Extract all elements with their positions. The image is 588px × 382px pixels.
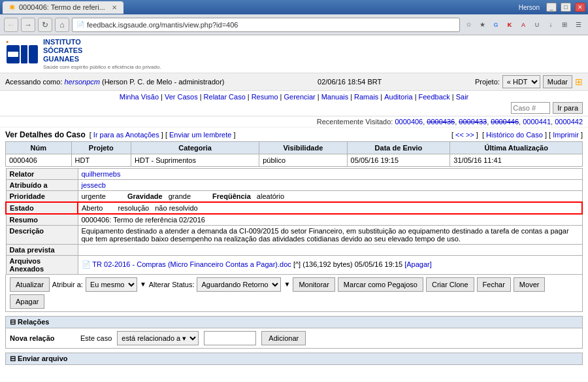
assign-to-label: Atribuir a: — [52, 281, 83, 288]
star-icon[interactable]: ☆ — [463, 19, 474, 31]
reminder-link[interactable]: Enviar um lembrete — [169, 131, 231, 139]
description-label: Descrição — [6, 225, 78, 244]
nav-sep6: | — [348, 93, 354, 101]
browser-tab[interactable]: ✱ 0000406: Termo de referi... ✕ — [3, 1, 123, 14]
recent-0000406[interactable]: 0000406 — [395, 118, 423, 126]
home-button[interactable]: ⌂ — [55, 18, 69, 32]
due-date-row: Data prevista — [6, 244, 582, 255]
reporter-label: Relator — [6, 168, 78, 179]
relation-case-input[interactable] — [204, 331, 256, 345]
reporter-link[interactable]: quilhermebs — [82, 170, 121, 178]
nav-feedback[interactable]: Feedback — [419, 93, 450, 101]
summary-row: Resumo 0000406: Termo de referência 02/2… — [6, 214, 582, 226]
bookmark-icon[interactable]: ★ — [476, 19, 488, 31]
nav-ver-casos[interactable]: Ver Casos — [165, 93, 198, 101]
project-select[interactable]: « HDT — [502, 75, 540, 88]
fechar-button[interactable]: Fechar — [477, 277, 511, 292]
nav-sep7: | — [378, 93, 384, 101]
apps-icon[interactable]: ⊞ — [559, 19, 570, 31]
prev-link[interactable]: << — [455, 131, 464, 139]
status-row: Estado Aberto resolução não resolvido — [6, 202, 582, 214]
minimize-button[interactable]: _ — [546, 3, 557, 12]
reporter-row: Relator quilhermebs — [6, 168, 582, 179]
assigned-link[interactable]: jessecb — [82, 181, 106, 189]
severity-value: grande — [165, 192, 191, 200]
nav-auditoria[interactable]: Auditoria — [384, 93, 412, 101]
mudar-button[interactable]: Mudar — [543, 75, 572, 88]
user-name-link[interactable]: hersonpcm — [65, 78, 100, 86]
ir-para-button[interactable]: Ir para — [553, 102, 583, 114]
logo-area: ✱ INSTITUTO SÓCRATES GUANAES Saúde com e… — [5, 38, 161, 70]
severity-label: Gravidade — [108, 192, 163, 200]
nav-sair[interactable]: Sair — [456, 93, 469, 101]
attachments-row: Arquivos Anexados 📄 TR 02-2016 - Compras… — [6, 255, 582, 274]
settings-icon[interactable]: ☰ — [572, 19, 584, 31]
marcar-pegajoso-button[interactable]: Marcar como Pegajoso — [338, 277, 423, 292]
adicionar-button[interactable]: Adicionar — [261, 331, 306, 345]
attachments-label: Arquivos Anexados — [6, 255, 78, 274]
nav-minha-visao[interactable]: Minha Visão — [120, 93, 159, 101]
row-project: HDT — [71, 154, 131, 166]
ver-detalhes-title: Ver Detalhes do Caso — [5, 130, 86, 139]
summary-label: Resumo — [6, 214, 78, 226]
row-num: 0000406 — [6, 154, 72, 166]
rss-icon[interactable]: ⊞ — [575, 77, 583, 87]
recent-0000433[interactable]: 0000433 — [459, 118, 487, 126]
browser-nav-icons: ☆ ★ G K A U ↓ ⊞ ☰ — [463, 19, 584, 31]
row-last-update: 31/05/16 11:41 — [450, 154, 583, 166]
case-details-left: Ver Detalhes do Caso [ Ir para as Anotaç… — [5, 130, 236, 139]
monitor-button[interactable]: Monitorar — [293, 277, 335, 292]
back-button[interactable]: ← — [4, 18, 18, 32]
attachment-doc-icon: 📄 — [82, 260, 91, 268]
close-button[interactable]: ✕ — [575, 3, 585, 12]
col-last-update: Última Atualização — [450, 141, 583, 154]
case-search-area: Ir para — [5, 102, 583, 114]
reload-button[interactable]: ↻ — [38, 18, 52, 32]
criar-clone-button[interactable]: Criar Clone — [426, 277, 474, 292]
history-link[interactable]: Histórico do Caso — [486, 131, 543, 139]
recent-0000442[interactable]: 0000442 — [555, 118, 583, 126]
file-upload-title[interactable]: ⊟ Enviar arquivo — [6, 353, 582, 364]
svg-rect-1 — [21, 45, 27, 63]
nav-menu: Minha Visão | Ver Casos | Relatar Caso |… — [5, 93, 583, 101]
print-link[interactable]: Imprimir — [553, 131, 579, 139]
assign-select[interactable]: Eu mesmo — [86, 277, 137, 292]
recent-0000436[interactable]: 0000436 — [427, 118, 455, 126]
attachment-delete-link[interactable]: [Apagar] — [404, 260, 432, 268]
annotations-link[interactable]: Ir para as Anotações — [93, 131, 159, 139]
address-bar[interactable]: 📄 feedback.isgsaude.org/mantis/view.php?… — [72, 18, 460, 32]
nav-gerenciar[interactable]: Gerenciar — [284, 93, 315, 101]
forward-button[interactable]: → — [21, 18, 35, 32]
row-category: HDT - Suprimentos — [131, 154, 259, 166]
project-label: Projeto: — [475, 78, 500, 86]
mover-button[interactable]: Mover — [514, 277, 546, 292]
apagar-button[interactable]: Apagar — [10, 294, 44, 309]
nav-relatar-caso[interactable]: Relatar Caso — [204, 93, 246, 101]
relations-title[interactable]: ⊟ Relações — [6, 317, 582, 328]
tab-close-icon[interactable]: ✕ — [112, 4, 117, 11]
status-select[interactable]: Aguardando Retorno — [197, 277, 281, 292]
nav-resumo[interactable]: Resumo — [252, 93, 278, 101]
col-num: Núm — [6, 141, 72, 154]
maximize-button[interactable]: □ — [561, 3, 571, 12]
update-button[interactable]: Atualizar — [10, 277, 50, 292]
recent-0000441[interactable]: 0000441 — [523, 118, 551, 126]
next-link[interactable]: >> — [466, 131, 474, 139]
download-icon[interactable]: ↓ — [545, 19, 557, 31]
relation-type-select[interactable]: está relacionado a ▾ — [117, 331, 199, 345]
new-relation-label: Nova relação — [10, 334, 75, 342]
nav-ramais[interactable]: Ramais — [354, 93, 378, 101]
recent-0000446[interactable]: 0000446 — [491, 118, 519, 126]
google-icon[interactable]: G — [490, 19, 502, 31]
file-upload-section: ⊟ Enviar arquivo — [5, 353, 583, 365]
nav-manuais[interactable]: Manuais — [321, 93, 349, 101]
logo-line1: INSTITUTO — [43, 38, 161, 46]
nav-sep3: | — [246, 93, 252, 101]
extension-icon1[interactable]: K — [504, 19, 515, 31]
case-number-input[interactable] — [511, 102, 550, 114]
extension-icon3[interactable]: U — [531, 19, 543, 31]
assigned-label: Atribuído a — [6, 179, 78, 190]
description-row: Descrição Equipamento destinado a atende… — [6, 225, 582, 244]
attachment-file-link[interactable]: TR 02-2016 - Compras (Micro Financeiro C… — [92, 260, 291, 268]
extension-icon2[interactable]: A — [517, 19, 529, 31]
